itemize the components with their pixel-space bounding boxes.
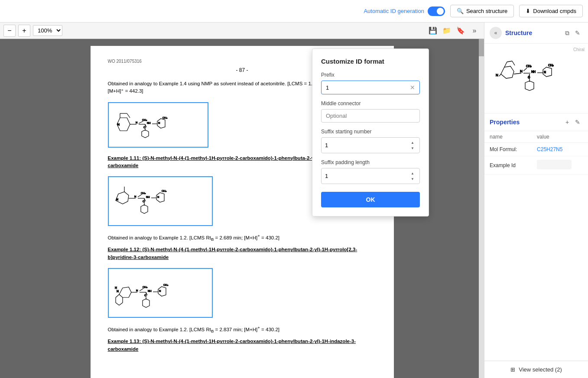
prop-example-id-name: Example Id (484, 156, 532, 174)
properties-add-icon[interactable]: + (562, 117, 572, 127)
middle-connector-input[interactable] (321, 109, 420, 123)
suffix-padding-container: ▲ ▼ (321, 168, 420, 184)
molecule-preview: Chiral N N CH₃ O (484, 44, 588, 113)
right-panel: « Structure ⧉ ✎ Chiral N N (484, 23, 588, 378)
suffix-padding-label: Suffix padding length (321, 159, 420, 165)
prop-mol-formula-value: C25H27N5 (532, 143, 588, 156)
prefix-label: Prefix (321, 72, 420, 78)
suffix-start-up[interactable]: ▲ (409, 140, 416, 145)
suffix-padding-input[interactable] (325, 173, 409, 179)
structure-title: Structure (505, 29, 562, 36)
prop-row-example-id: Example Id (484, 156, 588, 174)
auto-id-label: Automatic ID generation (364, 8, 424, 14)
suffix-start-down[interactable]: ▼ (409, 145, 416, 151)
properties-section: Properties + ✎ name value Mol Formul: C2… (484, 113, 588, 361)
structure-copy-icon[interactable]: ⧉ (562, 28, 572, 38)
suffix-padding-up[interactable]: ▲ (409, 171, 416, 176)
top-toolbar: Automatic ID generation 🔍 Search structu… (0, 0, 588, 23)
prop-example-id-empty (537, 160, 572, 169)
search-icon: 🔍 (457, 8, 464, 14)
dialog-overlay: Customize ID format Prefix ✕ Middle conn… (0, 23, 484, 378)
svg-line-63 (514, 73, 521, 74)
middle-connector-label: Middle connector (321, 100, 420, 107)
download-button[interactable]: ⬇ Download cmpds (519, 5, 583, 17)
prefix-input[interactable] (326, 84, 410, 91)
prop-mol-formula-name: Mol Formul: (484, 143, 532, 156)
structure-edit-icon[interactable]: ✎ (572, 28, 583, 38)
suffix-start-label: Suffix starting number (321, 129, 420, 135)
properties-title: Properties (490, 119, 562, 126)
search-structure-button[interactable]: 🔍 Search structure (450, 5, 514, 17)
prop-value-header: value (532, 131, 588, 143)
svg-line-77 (499, 74, 501, 76)
svg-line-61 (507, 61, 512, 62)
suffix-start-arrows: ▲ ▼ (409, 140, 416, 151)
suffix-start-container: ▲ ▼ (321, 137, 420, 153)
svg-marker-59 (501, 66, 514, 78)
view-selected-icon: ⊞ (510, 366, 515, 373)
prop-example-id-value (532, 156, 588, 174)
preview-molecule-svg: N N CH₃ O NH (493, 48, 580, 109)
view-selected-label: View selected (2) (519, 366, 562, 373)
properties-edit-icon[interactable]: ✎ (572, 117, 583, 127)
suffix-padding-down[interactable]: ▼ (409, 176, 416, 181)
svg-text:N: N (520, 69, 523, 73)
svg-marker-76 (525, 81, 534, 90)
svg-text:NH: NH (531, 70, 536, 73)
svg-text:N: N (544, 71, 546, 74)
pdf-viewer: − + 100% 50% 75% 125% 150% 💾 📁 🔖 » (0, 23, 484, 378)
auto-id-toggle[interactable] (428, 6, 445, 16)
main-area: − + 100% 50% 75% 125% 150% 💾 📁 🔖 » (0, 23, 588, 378)
properties-table: name value Mol Formul: C25H27N5 Example … (484, 131, 588, 174)
prop-row-mol-formula: Mol Formul: C25H27N5 (484, 143, 588, 156)
svg-text:N: N (496, 73, 498, 77)
collapse-button[interactable]: « (490, 27, 502, 39)
suffix-start-input[interactable] (325, 142, 409, 149)
auto-id-section: Automatic ID generation (364, 6, 445, 16)
structure-section-header: « Structure ⧉ ✎ (484, 23, 588, 44)
svg-line-65 (523, 68, 527, 71)
customize-id-dialog: Customize ID format Prefix ✕ Middle conn… (312, 48, 429, 216)
dialog-title: Customize ID format (321, 58, 420, 65)
svg-text:CH₃: CH₃ (548, 64, 554, 67)
prefix-input-container[interactable]: ✕ (321, 81, 420, 94)
chiral-label: Chiral (573, 47, 585, 52)
collapse-icon: « (494, 30, 497, 36)
svg-line-60 (504, 62, 507, 67)
svg-line-62 (512, 61, 515, 65)
prefix-clear-icon[interactable]: ✕ (410, 84, 415, 91)
view-selected-button[interactable]: ⊞ View selected (2) (484, 361, 588, 378)
suffix-padding-arrows: ▲ ▼ (409, 171, 416, 181)
prop-name-header: name (484, 131, 532, 143)
ok-button[interactable]: OK (321, 192, 420, 207)
download-icon: ⬇ (526, 8, 530, 14)
svg-text:CH₃: CH₃ (526, 65, 532, 68)
properties-header: Properties + ✎ (484, 113, 588, 131)
